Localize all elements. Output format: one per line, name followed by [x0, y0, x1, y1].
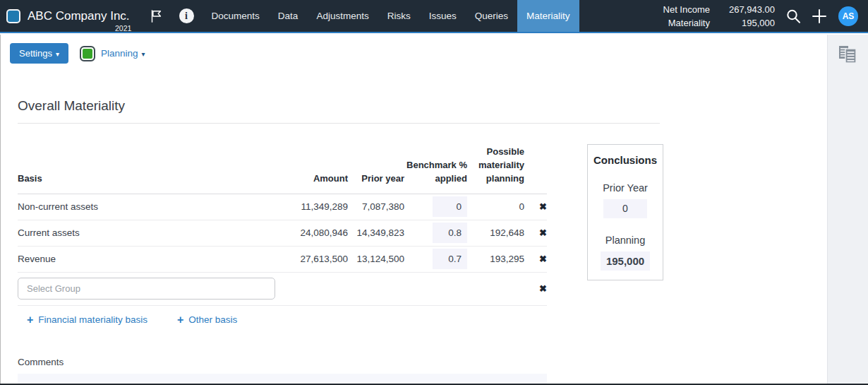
planning-materiality-value[interactable]: 195,000: [601, 251, 650, 271]
materiality-label: Materiality: [663, 18, 710, 28]
table-row: Revenue 27,613,500 13,124,500 0.7 193,29…: [18, 247, 547, 273]
nav-data[interactable]: Data: [269, 0, 308, 32]
remove-row-icon[interactable]: ✖: [539, 283, 547, 294]
engagement-year: 2021: [115, 24, 131, 32]
possible-materiality-value: 192,648: [467, 227, 524, 238]
col-possible-materiality: Possible materiality planning: [467, 146, 524, 186]
add-financial-materiality-basis-link[interactable]: +Financial materiality basis: [27, 314, 147, 326]
basis-name: Current assets: [18, 227, 260, 238]
prior-year-value: 7,087,380: [348, 201, 404, 212]
app-logo-icon[interactable]: [6, 9, 20, 23]
remove-row-icon[interactable]: ✖: [539, 201, 547, 212]
amount-value: 27,613,500: [260, 254, 348, 264]
basis-name: Revenue: [18, 254, 260, 264]
add-basis-links: +Financial materiality basis +Other basi…: [18, 314, 547, 326]
nav-queries[interactable]: Queries: [466, 0, 517, 32]
table-header-row: Basis Amount Prior year Benchmark % appl…: [18, 146, 547, 194]
main-nav: Documents Data Adjustments Risks Issues …: [203, 0, 579, 32]
user-avatar[interactable]: AS: [838, 6, 858, 26]
col-prior-year: Prior year: [348, 172, 404, 186]
add-icon[interactable]: [810, 7, 828, 25]
chevron-down-icon: ▾: [56, 50, 59, 58]
planning-dropdown[interactable]: Planning▾: [101, 48, 145, 59]
nav-documents[interactable]: Documents: [203, 0, 269, 32]
info-icon[interactable]: i: [179, 8, 194, 23]
add-other-basis-link[interactable]: +Other basis: [177, 314, 237, 326]
nav-risks[interactable]: Risks: [378, 0, 420, 32]
documents-panel-icon[interactable]: [838, 45, 859, 64]
remove-row-icon[interactable]: ✖: [539, 254, 547, 264]
page-title: Overall Materiality: [18, 98, 660, 124]
conclusions-panel: Conclusions Prior Year 0 Planning 195,00…: [587, 144, 663, 280]
table-row: Current assets 24,080,946 14,349,823 0.8…: [18, 220, 547, 247]
prior-year-materiality-value[interactable]: 0: [603, 199, 647, 218]
search-icon[interactable]: [785, 8, 802, 25]
amount-value: 11,349,289: [260, 201, 348, 212]
page-toolbar: Settings▾ Planning▾: [10, 43, 868, 64]
col-amount: Amount: [260, 172, 348, 186]
company-name[interactable]: ABC Company Inc.: [28, 9, 130, 23]
comments-label: Comments: [18, 357, 868, 367]
settings-button[interactable]: Settings▾: [10, 43, 68, 64]
prior-year-value: 13,124,500: [348, 254, 404, 264]
materiality-value: 195,000: [718, 18, 775, 28]
right-sidebar: [827, 35, 868, 384]
nav-issues[interactable]: Issues: [420, 0, 466, 32]
conclusions-title: Conclusions: [588, 154, 663, 166]
comments-section: Comments: [18, 357, 868, 385]
table-row: Non-current assets 11,349,289 7,087,380 …: [18, 194, 547, 220]
new-basis-row: ✖: [18, 273, 547, 306]
main-content: Settings▾ Planning▾ Overall Materiality …: [0, 43, 868, 385]
planning-label: Planning: [588, 235, 663, 246]
remove-row-icon[interactable]: ✖: [539, 227, 547, 238]
window-left-edge: [0, 35, 1, 385]
basis-name: Non-current assets: [18, 201, 260, 212]
prior-year-label: Prior Year: [588, 182, 663, 194]
amount-value: 24,080,946: [260, 227, 348, 238]
col-benchmark: Benchmark % applied: [404, 159, 467, 186]
possible-materiality-value: 0: [467, 201, 524, 212]
benchmark-input[interactable]: 0: [433, 196, 467, 217]
plus-icon: +: [27, 314, 33, 326]
benchmark-input[interactable]: 0.7: [433, 249, 467, 269]
prior-year-value: 14,349,823: [348, 227, 404, 238]
benchmark-input[interactable]: 0.8: [433, 223, 467, 243]
net-income-label: Net Income: [663, 4, 710, 15]
top-navigation-bar: ABC Company Inc. 2021 i Documents Data A…: [0, 0, 868, 33]
materiality-summary: Net Income 267,943.00 Materiality 195,00…: [663, 4, 775, 28]
flag-icon[interactable]: [148, 8, 164, 24]
select-group-input[interactable]: [18, 278, 275, 300]
nav-materiality[interactable]: Materiality: [517, 0, 579, 32]
chevron-down-icon: ▾: [142, 50, 145, 58]
possible-materiality-value: 193,295: [467, 254, 524, 264]
net-income-value: 267,943.00: [718, 4, 775, 15]
plus-icon: +: [177, 314, 183, 326]
col-basis: Basis: [18, 172, 260, 186]
planning-status-icon[interactable]: [80, 46, 95, 61]
materiality-table: Basis Amount Prior year Benchmark % appl…: [18, 146, 547, 326]
nav-adjustments[interactable]: Adjustments: [307, 0, 378, 32]
